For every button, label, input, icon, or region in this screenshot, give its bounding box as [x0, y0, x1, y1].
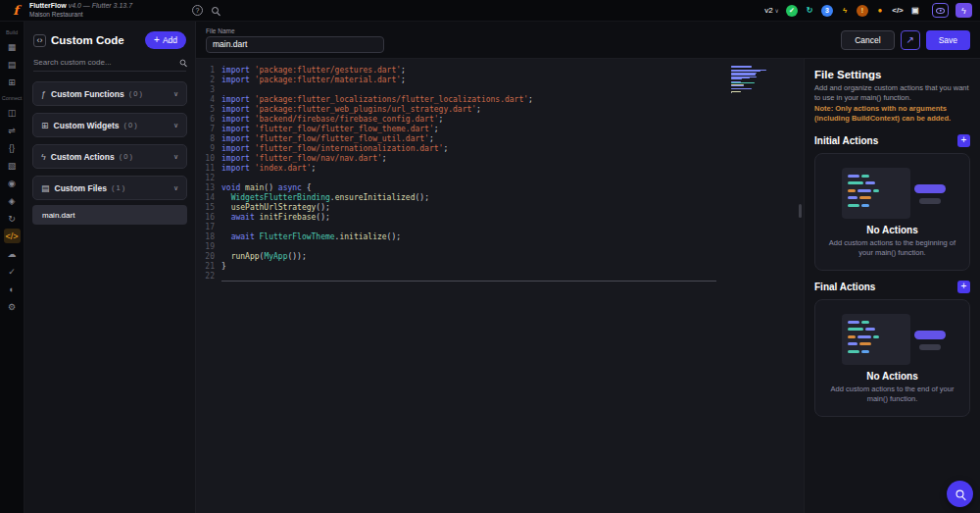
add-button[interactable]: + Add [145, 31, 186, 49]
save-button[interactable]: Save [926, 30, 970, 50]
section-custom-files[interactable]: ▤ Custom Files ( 1 ) ∨ [32, 176, 187, 200]
database-icon[interactable]: ◫ [4, 105, 21, 120]
initial-actions-header: Initial Actions + [814, 134, 970, 147]
rail-section-label: Connect [2, 95, 23, 101]
storyboard-icon[interactable]: ▦ [4, 39, 21, 54]
section-label: Custom Files [55, 183, 107, 193]
notification-count-badge[interactable]: 3 [821, 5, 833, 17]
zoom-fab-button[interactable] [947, 481, 973, 507]
topbar-right: v2 ∨ ✓↻3ϟ!●</>▣ ϟ [764, 3, 972, 18]
pages-icon[interactable]: ▤ [4, 57, 21, 72]
settings-gear-icon[interactable]: ⚙ [4, 299, 21, 314]
settings-description: Add and organize custom actions that you… [814, 83, 970, 103]
upgrade-lightning-icon[interactable]: ϟ [839, 5, 851, 17]
api-calls-icon[interactable]: ⇌ [4, 123, 21, 137]
flutterflow-logo-icon[interactable]: f [8, 3, 24, 19]
external-link-icon: ↗ [906, 34, 913, 45]
flutterflow-app: f FlutterFlow v4.0 — Flutter 3.13.7 Mais… [0, 0, 980, 513]
section-custom-widgets[interactable]: ⊞ Custom Widgets ( 0 ) ∨ [32, 113, 187, 137]
editor-header: File Name Cancel ↗ Save [196, 22, 980, 59]
add-final-action-button[interactable]: + [957, 281, 970, 293]
section-label: Custom Actions [51, 152, 115, 162]
components-icon[interactable]: ⊞ [4, 75, 21, 89]
topbar: f FlutterFlow v4.0 — Flutter 3.13.7 Mais… [0, 0, 980, 22]
chevron-down-icon: ∨ [173, 90, 178, 98]
function-icon: ƒ [41, 89, 46, 99]
project-name: Maison Restaurant [29, 11, 132, 19]
search-icon [180, 60, 186, 66]
no-actions-text: Add custom actions to the end of your ma… [825, 385, 959, 404]
data-types-icon[interactable]: {} [4, 140, 21, 155]
success-check-icon[interactable]: ✓ [786, 5, 798, 17]
file-name-input[interactable] [206, 36, 384, 53]
tests-icon[interactable]: ✓ [4, 264, 21, 279]
topbar-tools: ? [192, 5, 219, 16]
search-custom-code-input[interactable]: Search custom code... [33, 58, 186, 72]
test-run-button[interactable]: ϟ [956, 3, 972, 18]
minimap[interactable] [731, 66, 788, 95]
main-area: File Name Cancel ↗ Save 1234567891011121… [196, 22, 980, 513]
auth-icon[interactable]: ◉ [4, 176, 21, 190]
section-count: ( 0 ) [129, 89, 142, 98]
search-placeholder: Search custom code... [33, 58, 112, 67]
no-actions-text: Add custom actions to the beginning of y… [825, 238, 959, 258]
cloud-functions-icon[interactable]: ☁ [4, 246, 21, 261]
initial-actions-title: Initial Actions [814, 135, 878, 146]
section-count: ( 0 ) [120, 152, 132, 161]
file-icon: ▤ [41, 183, 50, 193]
no-actions-title: No Actions [866, 225, 917, 235]
account-icon[interactable]: ● [874, 5, 886, 17]
chevron-down-icon: ∨ [173, 184, 178, 192]
section-label: Custom Functions [51, 89, 124, 99]
widget-icon: ⊞ [41, 121, 49, 130]
custom-code-panel: ‹› Custom Code + Add Search custom code.… [24, 22, 196, 513]
project-info: FlutterFlow v4.0 — Flutter 3.13.7 Maison… [29, 2, 132, 19]
help-icon[interactable]: ? [192, 5, 203, 16]
app-name: FlutterFlow [29, 2, 67, 9]
media-assets-icon[interactable]: ▧ [4, 158, 21, 173]
add-button-label: Add [163, 35, 177, 45]
chevron-down-icon: ∨ [173, 153, 178, 161]
developer-code-icon[interactable]: </> [892, 5, 904, 17]
section-custom-functions[interactable]: ƒ Custom Functions ( 0 ) ∨ [32, 81, 187, 106]
preview-eye-button[interactable] [932, 3, 949, 18]
initial-actions-card: No Actions Add custom actions to the beg… [814, 153, 970, 271]
icon-rail: Build▦▤⊞Connect◫⇌{}▧◉◈↻</>☁✓◐⚙ [0, 22, 24, 513]
section-count: ( 0 ) [124, 121, 137, 129]
final-actions-card: No Actions Add custom actions to the end… [814, 299, 970, 417]
header-actions: Cancel ↗ Save [841, 30, 970, 50]
section-label: Custom Widgets [54, 121, 120, 130]
file-name-label: File Name [206, 27, 384, 34]
plus-icon: + [154, 35, 160, 45]
terminal-icon[interactable]: ▣ [909, 5, 921, 17]
automations-icon[interactable]: ↻ [4, 211, 21, 226]
eye-icon [936, 8, 945, 14]
custom-code-icon[interactable]: </> [4, 229, 21, 243]
version-label: v2 [764, 6, 772, 15]
add-initial-action-button[interactable]: + [957, 134, 970, 147]
file-name-block: File Name [206, 27, 384, 53]
code-editor[interactable]: 12345678910111213141516171819202122 impo… [196, 59, 804, 513]
rail-section-label: Build [6, 29, 18, 35]
version-dropdown[interactable]: v2 ∨ [764, 6, 779, 15]
search-icon[interactable] [212, 7, 219, 14]
open-external-button[interactable]: ↗ [901, 30, 920, 50]
app-version: v4.0 — Flutter 3.13.7 [69, 2, 132, 9]
editor-scrollbar[interactable] [799, 204, 802, 218]
warning-icon[interactable]: ! [857, 5, 868, 17]
file-item-main-dart[interactable]: main.dart [32, 205, 187, 225]
file-settings-panel: File Settings Add and organize custom ac… [804, 59, 980, 513]
sync-history-icon[interactable]: ↻ [804, 5, 815, 17]
panel-title: Custom Code [51, 34, 124, 46]
chevron-down-icon: ∨ [173, 122, 178, 129]
settings-note: Note: Only actions with no arguments (in… [814, 104, 970, 124]
app-state-icon[interactable]: ◈ [4, 193, 21, 208]
section-custom-actions[interactable]: ϟ Custom Actions ( 0 ) ∨ [32, 144, 187, 169]
final-actions-header: Final Actions + [814, 281, 970, 293]
action-lightning-icon: ϟ [41, 152, 46, 162]
code-illustration [838, 314, 948, 365]
lightning-icon: ϟ [961, 6, 966, 16]
chevron-down-icon: ∨ [775, 7, 779, 14]
cancel-button[interactable]: Cancel [841, 30, 894, 50]
theme-icon[interactable]: ◐ [4, 282, 21, 296]
